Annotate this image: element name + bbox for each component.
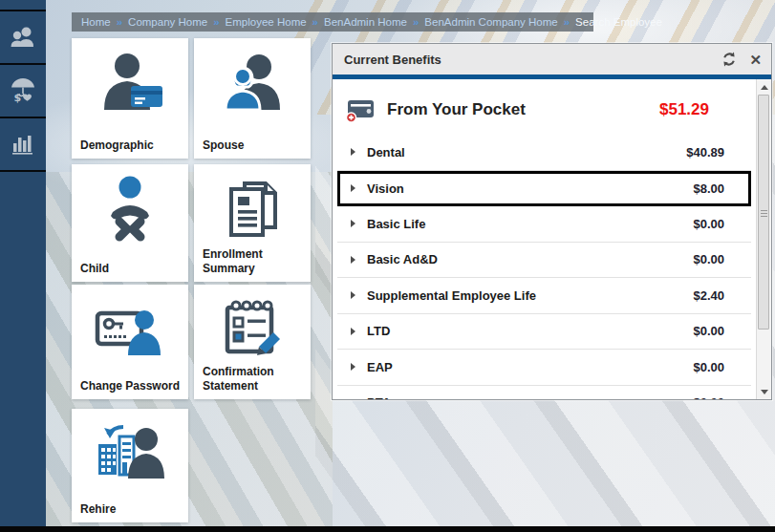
benefit-amount: $8.00 <box>693 181 724 196</box>
panel-tools: ✕ <box>721 52 762 67</box>
expand-arrow-icon[interactable] <box>351 220 355 227</box>
panel-content: From Your Pocket $51.29 Dental $40.89 Vi… <box>333 79 771 399</box>
expand-arrow-icon[interactable] <box>351 291 355 299</box>
tile-label: Child <box>80 262 184 275</box>
from-your-pocket-amount: $51.29 <box>659 100 709 119</box>
scroll-up-icon[interactable] <box>757 80 771 94</box>
benefit-amount: $40.89 <box>686 145 724 160</box>
expand-arrow-icon[interactable] <box>351 148 355 156</box>
benefit-label: Basic Ad&D <box>367 252 438 266</box>
benefit-row-ltd[interactable]: LTD $0.00 <box>337 314 751 351</box>
breadcrumb-separator-icon: » <box>312 16 318 28</box>
reports-chart-icon <box>11 132 35 157</box>
svg-text:$: $ <box>14 92 22 104</box>
tile-confirmation-statement[interactable]: Confirmation Statement <box>194 285 311 399</box>
benefit-amount: $0.00 <box>693 252 724 266</box>
scrollbar-thumb[interactable] <box>758 95 769 330</box>
scrollbar-grip-icon <box>761 210 767 211</box>
tile-label: Confirmation Statement <box>203 365 307 393</box>
breadcrumb-separator-icon: » <box>213 16 219 28</box>
benefit-row-pta[interactable]: PTA $0.00 <box>337 386 751 400</box>
sidebar-spacer <box>0 0 46 11</box>
tile-label: Enrollment Summary <box>203 247 307 275</box>
tile-spouse[interactable]: Spouse <box>194 38 311 159</box>
breadcrumb-benadmin-company-home[interactable]: BenAdmin Company Home <box>424 16 557 28</box>
change-password-icon <box>72 292 188 367</box>
sidebar: $ <box>0 0 46 526</box>
tile-child[interactable]: Child <box>72 164 188 282</box>
panel-scrollbar[interactable] <box>756 79 771 399</box>
benefit-label: Dental <box>367 145 405 160</box>
enrollment-summary-icon <box>194 172 311 249</box>
breadcrumb-separator-icon: » <box>564 16 570 28</box>
breadcrumb-home[interactable]: Home <box>81 16 111 28</box>
people-icon <box>9 26 37 49</box>
spouse-icon <box>194 46 311 126</box>
expand-arrow-icon[interactable] <box>351 363 355 371</box>
tile-enrollment-summary[interactable]: Enrollment Summary <box>194 164 311 282</box>
benefit-label: LTD <box>367 324 390 338</box>
benefits-umbrella-icon: $ <box>9 76 37 105</box>
expand-arrow-icon[interactable] <box>351 328 355 335</box>
demographic-icon <box>72 46 188 126</box>
from-your-pocket-summary: From Your Pocket $51.29 <box>337 79 751 135</box>
scroll-down-icon[interactable] <box>757 385 771 398</box>
tile-change-password[interactable]: Change Password <box>72 285 188 399</box>
benefit-label: Vision <box>367 181 404 196</box>
expand-arrow-icon[interactable] <box>351 256 355 264</box>
sidebar-item-benefits[interactable]: $ <box>0 65 46 118</box>
benefit-label: Supplemental Employee Life <box>367 288 536 303</box>
tile-label: Change Password <box>80 379 184 393</box>
breadcrumb: Home » Company Home » Employee Home » Be… <box>72 12 593 32</box>
confirmation-statement-icon <box>194 292 311 367</box>
benefit-row-basic-add[interactable]: Basic Ad&D $0.00 <box>337 243 751 279</box>
breadcrumb-separator-icon: » <box>117 16 122 28</box>
refresh-icon[interactable] <box>721 52 737 67</box>
benefit-amount: $0.00 <box>693 217 724 231</box>
tile-label: Rehire <box>80 502 184 516</box>
tile-rehire[interactable]: Rehire <box>72 409 188 522</box>
breadcrumb-company-home[interactable]: Company Home <box>128 16 207 28</box>
tile-label: Demographic <box>80 138 184 152</box>
benefit-label: EAP <box>367 360 393 374</box>
benefit-row-basic-life[interactable]: Basic Life $0.00 <box>337 206 751 243</box>
benefit-row-dental[interactable]: Dental $40.89 <box>337 135 751 171</box>
sidebar-item-reports[interactable] <box>0 118 46 172</box>
panel-header: Current Benefits ✕ <box>333 44 771 74</box>
benefit-label: PTA <box>367 395 391 399</box>
tile-demographic[interactable]: Demographic <box>72 38 188 159</box>
benefit-row-supplemental-employee-life[interactable]: Supplemental Employee Life $2.40 <box>337 278 751 314</box>
current-benefits-panel: Current Benefits ✕ <box>332 43 772 400</box>
benefit-row-eap[interactable]: EAP $0.00 <box>337 350 751 386</box>
benefit-row-vision[interactable]: Vision $8.00 <box>337 171 751 207</box>
breadcrumb-separator-icon: » <box>413 16 419 28</box>
rehire-icon <box>72 416 188 490</box>
benefit-amount: $0.00 <box>693 395 724 399</box>
child-icon <box>72 172 188 249</box>
close-icon[interactable]: ✕ <box>749 53 762 67</box>
tile-label: Spouse <box>203 138 307 152</box>
benefit-rows: Dental $40.89 Vision $8.00 Basic Life $0… <box>337 135 751 399</box>
from-your-pocket-label: From Your Pocket <box>387 100 526 119</box>
expand-arrow-icon[interactable] <box>351 184 355 192</box>
benefit-label: Basic Life <box>367 217 425 231</box>
wallet-add-icon <box>345 96 376 123</box>
breadcrumb-search-employee: Search Employee <box>575 16 662 28</box>
benefit-amount: $0.00 <box>693 360 724 374</box>
panel-title: Current Benefits <box>344 53 441 67</box>
breadcrumb-benadmin-home[interactable]: BenAdmin Home <box>324 16 407 28</box>
bottom-black-bar <box>0 526 775 532</box>
sidebar-item-people[interactable] <box>0 11 46 65</box>
benefit-amount: $2.40 <box>693 288 724 303</box>
benefit-amount: $0.00 <box>693 324 724 338</box>
breadcrumb-employee-home[interactable]: Employee Home <box>226 16 307 28</box>
